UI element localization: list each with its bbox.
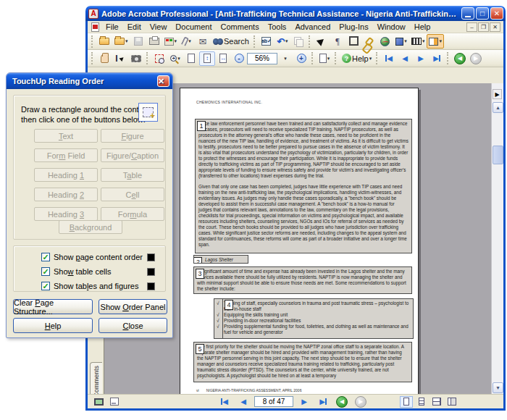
toolbar-grip[interactable] [311, 52, 314, 64]
previous-view-button[interactable]: ◀ [452, 51, 468, 66]
continuous-layout-button[interactable] [415, 396, 428, 408]
heading-2-button[interactable]: Heading 2 [34, 188, 98, 201]
email-button[interactable]: ✉ [195, 34, 211, 49]
close-button[interactable]: Close [99, 318, 167, 333]
toolbar-grip[interactable] [146, 52, 149, 64]
previous-page-button[interactable]: ◀ [397, 51, 413, 66]
menu-window[interactable]: Window [373, 22, 410, 32]
menu-edit[interactable]: Edit [123, 22, 146, 32]
content-order-color-swatch[interactable] [147, 253, 155, 261]
reading-order-marker-5[interactable]: 5 [196, 344, 204, 354]
menu-comments[interactable]: Comments [217, 22, 264, 32]
show-table-cells-checkbox[interactable]: ✓ [41, 267, 50, 276]
last-page-button[interactable]: ▶ [315, 395, 331, 409]
text-button[interactable]: Text [34, 129, 98, 143]
dialog-close-button[interactable]: ✕ [157, 75, 169, 87]
doc-close-button[interactable]: ✕ [490, 22, 500, 32]
first-page-button[interactable]: ◀ [381, 51, 397, 66]
zoom-in-button[interactable]: + [293, 51, 309, 66]
table-cells-color-swatch[interactable] [147, 268, 155, 276]
next-view-button[interactable]: ▶ [468, 51, 484, 66]
reading-order-marker-3[interactable]: 3 [196, 269, 204, 279]
toolbar-grip[interactable] [254, 35, 256, 48]
crop-tool[interactable] [345, 34, 361, 49]
dialog-title-bar[interactable]: TouchUp Reading Order ✕ [7, 73, 172, 89]
zoom-level-dropdown[interactable]: ▾ [277, 51, 293, 66]
vertical-scrollbar[interactable]: ▶ ▴ ▾ [491, 83, 503, 394]
fit-width-button[interactable]: ↔ [215, 51, 231, 66]
reading-order-marker-1[interactable]: 1 [197, 121, 206, 131]
zoom-level-input[interactable] [247, 53, 277, 64]
search-button[interactable]: Search [211, 34, 251, 49]
menu-advanced[interactable]: Advanced [290, 22, 335, 32]
toolbar-grip[interactable] [91, 35, 94, 48]
tables-figures-color-swatch[interactable] [147, 282, 155, 290]
close-button[interactable]: ✕ [490, 7, 503, 20]
last-page-button[interactable]: ▶ [429, 51, 445, 66]
previous-page-button[interactable]: ◀ [235, 395, 251, 409]
print-button[interactable] [146, 34, 162, 49]
formula-button[interactable]: Formula [101, 207, 164, 221]
link-tool[interactable] [361, 34, 377, 49]
background-button[interactable]: Background [59, 220, 122, 234]
scroll-up-button[interactable]: ▴ [493, 102, 503, 113]
menu-plugins[interactable]: Plug-Ins [335, 22, 372, 32]
comments-tab[interactable]: Comments [90, 362, 102, 394]
title-bar[interactable]: A Adobe Acrobat Professional - [Anti-Tra… [85, 6, 506, 21]
menu-view[interactable]: View [146, 22, 172, 32]
toolbar-grip[interactable] [376, 52, 379, 64]
form-field-button[interactable]: Form Field [34, 148, 98, 162]
page-size-button[interactable] [106, 395, 122, 409]
single-page-layout-button[interactable] [400, 396, 413, 408]
heading-3-button[interactable]: Heading 3 [34, 207, 98, 221]
forms-dropdown[interactable]: ▾ [393, 34, 409, 49]
doc-restore-button[interactable]: ❐ [478, 22, 489, 32]
help-button[interactable]: ?Help▾ [340, 51, 374, 66]
maximize-button[interactable]: □ [476, 7, 489, 20]
scrollbar-thumb[interactable] [493, 146, 503, 164]
doc-minimize-button[interactable]: – [466, 22, 477, 32]
heading-1-button[interactable]: Heading 1 [34, 168, 98, 182]
attach-dropdown[interactable]: ▾ [179, 34, 195, 49]
open-button[interactable] [96, 34, 112, 49]
menu-tools[interactable]: Tools [264, 22, 291, 32]
3d-tool[interactable] [377, 34, 393, 49]
select-object-tool[interactable] [314, 34, 330, 49]
zoom-tool-dropdown[interactable]: +▾ [167, 51, 183, 66]
first-page-button[interactable]: ◀ [217, 395, 232, 409]
menu-document[interactable]: Document [171, 22, 216, 32]
minimize-button[interactable] [461, 7, 474, 20]
fit-page-button[interactable]: ↕ [199, 51, 215, 66]
clear-page-structure-button[interactable]: Clear Page Structure... [13, 299, 93, 314]
screen-mode-button[interactable] [91, 395, 106, 409]
help-button[interactable]: Help [13, 318, 93, 333]
hide-pane-arrow-button[interactable]: ▶ [493, 89, 502, 99]
article-tool[interactable]: ¶ [330, 34, 345, 49]
next-view-button[interactable]: ▶ [353, 395, 369, 409]
organizer-button[interactable]: ▾ [112, 34, 130, 49]
current-page-input[interactable] [254, 396, 293, 407]
previous-view-button[interactable]: ◀ [334, 395, 350, 409]
scroll-down-button[interactable]: ▾ [493, 382, 503, 393]
movie-dropdown[interactable]: ▾ [409, 34, 427, 49]
snapshot-tool[interactable] [128, 51, 144, 66]
reading-order-marker-4[interactable]: 4 [225, 300, 233, 310]
select-text-tool[interactable]: I [112, 51, 128, 66]
actual-size-button[interactable] [183, 51, 199, 66]
facing-layout-button[interactable] [445, 396, 458, 408]
next-page-button[interactable]: ▶ [413, 51, 429, 66]
show-page-content-order-checkbox[interactable]: ✓ [41, 253, 50, 261]
spellcheck-button[interactable]: ab✓ [259, 34, 275, 49]
hand-tool[interactable] [96, 51, 112, 66]
toolbar-grip[interactable] [91, 52, 94, 64]
touchup-reading-order-dropdown[interactable]: ▾ [427, 34, 444, 49]
undo-dropdown[interactable]: ↶▾ [275, 34, 290, 49]
marquee-zoom-tool[interactable] [151, 51, 167, 66]
figure-caption-button[interactable]: Figure/Caption [101, 148, 164, 162]
reading-order-marker-2[interactable]: 2 [193, 257, 202, 264]
next-page-button[interactable]: ▶ [296, 395, 312, 409]
cell-button[interactable]: Cell [101, 188, 164, 201]
toolbar-grip[interactable] [335, 52, 338, 64]
toolbar-grip[interactable] [309, 35, 311, 48]
pages-dropdown[interactable]: ▾ [317, 51, 332, 66]
